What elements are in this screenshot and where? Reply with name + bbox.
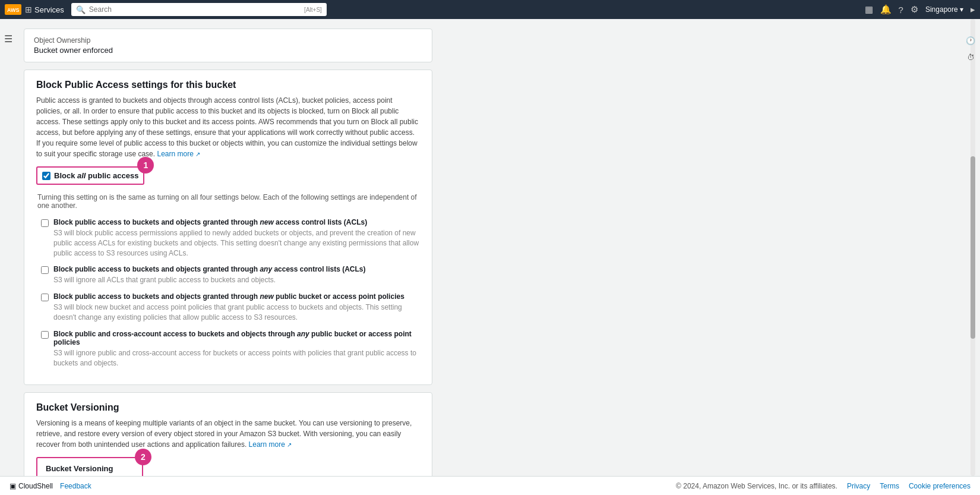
expand-icon[interactable]: ▸ — [970, 4, 975, 15]
sub-checkbox-title-2: Block public access to buckets and objec… — [53, 265, 365, 273]
sub-checkbox-desc-2: S3 will ignore all ACLs that grant publi… — [53, 275, 365, 285]
search-shortcut: [Alt+S] — [304, 7, 322, 13]
search-icon: 🔍 — [76, 5, 86, 14]
block-all-label: Block all public access — [54, 171, 138, 180]
sub-checkbox-1[interactable] — [41, 219, 49, 227]
sub-checkbox-3[interactable] — [41, 294, 49, 301]
sub-checkbox-item-4: Block public and cross-account access to… — [41, 330, 420, 368]
sub-checkbox-title-4: Block public and cross-account access to… — [53, 330, 420, 346]
block-public-access-card: Block Public Access settings for this bu… — [24, 70, 432, 385]
footer-left: ▣ CloudShell Feedback — [10, 482, 91, 490]
block-all-checkbox[interactable] — [42, 172, 50, 180]
terms-link[interactable]: Terms — [880, 482, 899, 490]
terminal-icon[interactable]: ▦ — [865, 4, 873, 15]
scrollbar[interactable] — [970, 19, 975, 476]
step-1-badge: 1 — [137, 157, 154, 174]
cloudshell-icon: ▣ — [10, 482, 16, 490]
sub-checkbox-desc-1: S3 will block public access permissions … — [53, 228, 420, 258]
services-nav-link[interactable]: Services — [34, 5, 64, 14]
nav-right: ▦ 🔔 ? ⚙ Singapore ▾ ▸ — [865, 4, 975, 15]
block-public-access-title: Block Public Access settings for this bu… — [36, 80, 420, 90]
right-sidebar: 🕐 ⏱ — [961, 29, 980, 69]
footer-right: © 2024, Amazon Web Services, Inc. or its… — [676, 482, 970, 490]
scroll-thumb — [970, 156, 975, 339]
footer-copyright: © 2024, Amazon Web Services, Inc. or its… — [676, 482, 837, 490]
sub-checkbox-item-1: Block public access to buckets and objec… — [41, 218, 420, 258]
search-bar[interactable]: 🔍 [Alt+S] — [71, 3, 327, 16]
sub-checkbox-list: Block public access to buckets and objec… — [36, 218, 420, 368]
settings-icon[interactable]: ⚙ — [911, 4, 918, 15]
external-link-icon-2: ↗ — [287, 442, 292, 448]
cookie-link[interactable]: Cookie preferences — [909, 482, 970, 490]
main-content: Object Ownership Bucket owner enforced B… — [0, 19, 451, 495]
bell-icon[interactable]: 🔔 — [880, 4, 892, 15]
sub-checkbox-desc-3: S3 will block new bucket and access poin… — [53, 302, 420, 323]
region-selector[interactable]: Singapore ▾ — [925, 5, 963, 14]
object-ownership-label: Object Ownership — [34, 36, 422, 45]
svg-text:AWS: AWS — [7, 7, 20, 13]
feedback-button[interactable]: Feedback — [60, 482, 91, 490]
cloudshell-button[interactable]: ▣ CloudShell — [10, 482, 53, 490]
right-icon-2[interactable]: ⏱ — [963, 50, 978, 64]
search-input[interactable] — [89, 5, 299, 14]
sub-checkbox-title-1: Block public access to buckets and objec… — [53, 218, 420, 226]
privacy-link[interactable]: Privacy — [847, 482, 870, 490]
top-nav: AWS ⊞ Services 🔍 [Alt+S] ▦ 🔔 ? ⚙ Singapo… — [0, 0, 980, 19]
sub-checkbox-item-2: Block public access to buckets and objec… — [41, 265, 420, 285]
sub-checkbox-title-3: Block public access to buckets and objec… — [53, 292, 420, 301]
bucket-versioning-title: Bucket Versioning — [36, 402, 420, 413]
sub-checkbox-4[interactable] — [41, 331, 49, 339]
block-all-row: Block all public access 1 — [36, 166, 144, 185]
sub-checkbox-item-3: Block public access to buckets and objec… — [41, 292, 420, 323]
sub-checkbox-desc-4: S3 will ignore public and cross-account … — [53, 348, 420, 368]
object-ownership-value: Bucket owner enforced — [34, 46, 422, 55]
block-public-access-desc: Public access is granted to buckets and … — [36, 95, 420, 159]
help-icon[interactable]: ? — [899, 5, 903, 15]
sidebar-toggle[interactable]: ☰ — [0, 29, 17, 49]
block-all-turning-desc: Turning this setting on is the same as t… — [36, 193, 420, 210]
cloudshell-label: CloudShell — [18, 482, 53, 490]
learn-more-link-1[interactable]: Learn more ↗ — [157, 150, 200, 158]
sub-checkbox-2[interactable] — [41, 266, 49, 274]
footer: ▣ CloudShell Feedback © 2024, Amazon Web… — [0, 476, 980, 495]
right-icon-1[interactable]: 🕐 — [963, 33, 978, 48]
object-ownership-card: Object Ownership Bucket owner enforced — [24, 29, 432, 62]
aws-logo: AWS — [5, 4, 21, 15]
external-link-icon-1: ↗ — [195, 151, 200, 157]
step-2-badge: 2 — [135, 449, 151, 465]
grid-icon[interactable]: ⊞ — [25, 5, 32, 14]
bucket-versioning-desc: Versioning is a means of keeping multipl… — [36, 418, 420, 450]
versioning-box-title: Bucket Versioning — [46, 464, 134, 473]
learn-more-link-2[interactable]: Learn more ↗ — [249, 440, 292, 449]
